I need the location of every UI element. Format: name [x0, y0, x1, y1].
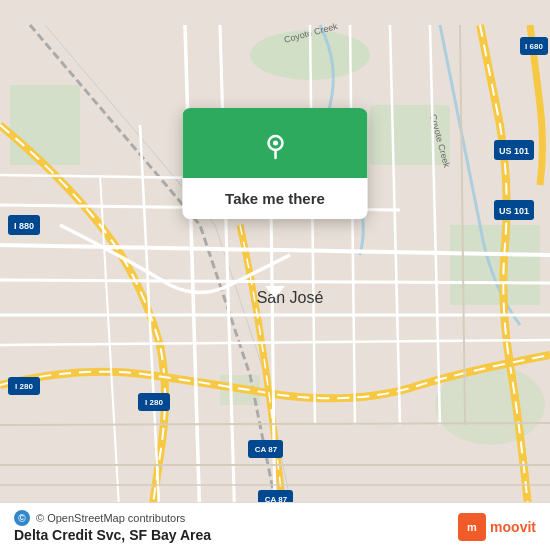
map-container: Coyote Creek Coyote Creek: [0, 0, 550, 550]
take-me-there-button[interactable]: Take me there: [183, 178, 368, 219]
svg-text:CA 87: CA 87: [255, 445, 278, 454]
svg-text:I 680: I 680: [525, 42, 543, 51]
popup-top: [183, 108, 368, 178]
svg-text:US 101: US 101: [499, 206, 529, 216]
osm-icon: ©: [14, 510, 30, 526]
map-svg: Coyote Creek Coyote Creek: [0, 0, 550, 550]
location-pin-icon: [256, 126, 294, 164]
bottom-bar: © © OpenStreetMap contributors Delta Cre…: [0, 502, 550, 550]
moovit-logo-mark: m: [458, 513, 486, 541]
svg-text:I 280: I 280: [145, 398, 163, 407]
moovit-text: moovit: [490, 519, 536, 535]
svg-rect-4: [10, 85, 80, 165]
popup-arrow: [265, 286, 285, 298]
svg-text:I 880: I 880: [14, 221, 34, 231]
location-name: Delta Credit Svc, SF Bay Area: [14, 527, 211, 543]
bottom-bar-left: © © OpenStreetMap contributors Delta Cre…: [14, 510, 211, 543]
copyright-text: © OpenStreetMap contributors: [36, 512, 185, 524]
svg-text:m: m: [467, 521, 477, 533]
svg-text:I 280: I 280: [15, 382, 33, 391]
moovit-logo: m moovit: [458, 513, 536, 541]
svg-point-47: [273, 141, 278, 146]
svg-text:US 101: US 101: [499, 146, 529, 156]
popup-card: Take me there: [183, 108, 368, 219]
